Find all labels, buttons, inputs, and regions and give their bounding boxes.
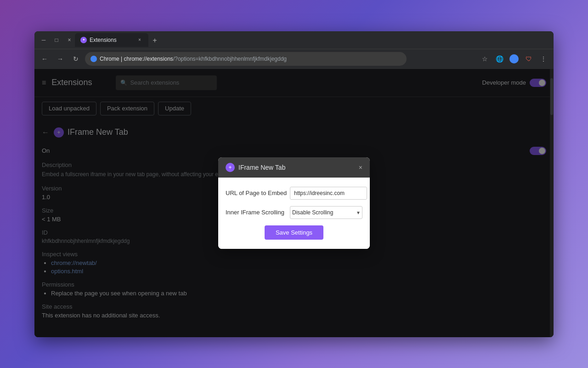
url-field: URL of Page to Embed (226, 187, 362, 200)
close-button[interactable]: × (64, 34, 75, 46)
tab-bar: ✦ Extensions × + (75, 33, 550, 47)
bookmark-icon[interactable]: ☆ (478, 52, 491, 65)
url-input[interactable] (290, 187, 367, 200)
dialog-close-button[interactable]: × (359, 164, 362, 171)
chrome-menu-icon[interactable]: ⋮ (537, 52, 550, 65)
tab-close-button[interactable]: × (136, 37, 143, 43)
active-tab[interactable]: ✦ Extensions × (75, 33, 148, 47)
new-tab-button[interactable]: + (148, 34, 161, 47)
address-url-domain: chrome://extensions (124, 56, 173, 62)
scrolling-field: Inner IFrame Scrolling Disable Scrolling… (226, 206, 362, 219)
page-content: ≡ Extensions 🔍 Search extensions Develop… (34, 69, 554, 337)
dialog-title: IFrame New Tab (238, 164, 285, 171)
maximize-button[interactable]: □ (51, 34, 62, 46)
scrolling-select-wrap: Disable Scrolling Enable Scrolling ▼ (290, 206, 362, 219)
dialog: + IFrame New Tab × URL of Page to Embed … (218, 157, 370, 249)
save-settings-button[interactable]: Save Settings (265, 225, 323, 240)
dialog-body: URL of Page to Embed Inner IFrame Scroll… (218, 178, 370, 249)
window-buttons: ─ □ × (38, 34, 75, 46)
tab-label: Extensions (90, 37, 117, 43)
title-bar: ─ □ × ✦ Extensions × + (34, 31, 554, 49)
profile-icon[interactable] (508, 52, 520, 65)
minimize-button[interactable]: ─ (38, 34, 49, 46)
scrolling-field-label: Inner IFrame Scrolling (226, 209, 285, 216)
refresh-button[interactable]: ↻ (69, 52, 82, 65)
site-favicon (90, 56, 97, 62)
dialog-header: + IFrame New Tab × (218, 157, 370, 178)
url-field-label: URL of Page to Embed (226, 190, 285, 196)
shield-icon[interactable]: 🛡 (522, 52, 535, 65)
address-url-path: /?options=khfkbdhnnobjhhenlmnfjkfmdkjegd… (173, 56, 287, 62)
toolbar-icons: ☆ 🌐 🛡 ⋮ (478, 52, 550, 65)
address-domain: Chrome (100, 56, 119, 62)
address-input[interactable]: Chrome | chrome://extensions/?options=kh… (85, 52, 407, 66)
globe-icon[interactable]: 🌐 (493, 52, 506, 65)
forward-button[interactable]: → (54, 52, 67, 65)
dialog-icon: + (226, 163, 235, 172)
back-button[interactable]: ← (38, 52, 51, 65)
address-text: Chrome | chrome://extensions/?options=kh… (100, 56, 287, 62)
modal-overlay: + IFrame New Tab × URL of Page to Embed … (34, 69, 554, 337)
address-bar: ← → ↻ Chrome | chrome://extensions/?opti… (34, 49, 554, 69)
browser-window: ─ □ × ✦ Extensions × + ← → ↻ Chrome | ch… (34, 31, 554, 337)
tab-favicon: ✦ (80, 37, 87, 43)
scrolling-select[interactable]: Disable Scrolling Enable Scrolling (290, 206, 362, 219)
